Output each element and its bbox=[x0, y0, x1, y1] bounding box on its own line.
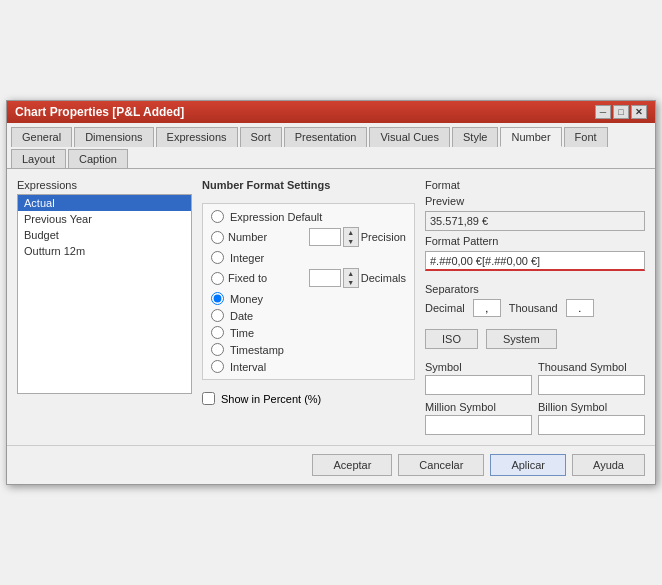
list-item-budget[interactable]: Budget bbox=[18, 227, 191, 243]
radio-row-time: Time bbox=[211, 326, 406, 339]
right-panel: Format Preview Format Pattern Separators… bbox=[425, 179, 645, 435]
thousand-symbol-label: Thousand Symbol bbox=[538, 361, 645, 373]
precision-down-arrow[interactable]: ▼ bbox=[344, 237, 358, 246]
separators-title: Separators bbox=[425, 283, 645, 295]
label-number: Number bbox=[228, 231, 305, 243]
radio-fixed[interactable] bbox=[211, 272, 224, 285]
label-integer: Integer bbox=[230, 252, 406, 264]
million-symbol-group: Million Symbol bbox=[425, 401, 532, 435]
decimal-input[interactable] bbox=[473, 299, 501, 317]
radio-row-fixed: Fixed to ▲ ▼ Decimals bbox=[211, 268, 406, 288]
tab-general[interactable]: General bbox=[11, 127, 72, 147]
radio-row-expression-default: Expression Default bbox=[211, 210, 406, 223]
apply-button[interactable]: Aplicar bbox=[490, 454, 566, 476]
label-date: Date bbox=[230, 310, 406, 322]
expressions-list[interactable]: Actual Previous Year Budget Outturn 12m bbox=[17, 194, 192, 394]
expressions-label: Expressions bbox=[17, 179, 192, 191]
precision-spin-arrows: ▲ ▼ bbox=[343, 227, 359, 247]
window-title: Chart Properties [P&L Added] bbox=[15, 105, 184, 119]
tab-sort[interactable]: Sort bbox=[240, 127, 282, 147]
bottom-buttons: Aceptar Cancelar Aplicar Ayuda bbox=[7, 445, 655, 484]
symbol-label: Symbol bbox=[425, 361, 532, 373]
radio-interval[interactable] bbox=[211, 360, 224, 373]
tab-font[interactable]: Font bbox=[564, 127, 608, 147]
label-money: Money bbox=[230, 293, 406, 305]
radio-row-integer: Integer bbox=[211, 251, 406, 264]
tab-dimensions[interactable]: Dimensions bbox=[74, 127, 153, 147]
radio-row-money: Money bbox=[211, 292, 406, 305]
thousand-label: Thousand bbox=[509, 302, 558, 314]
symbol-group: Symbol bbox=[425, 361, 532, 395]
list-item-previous-year[interactable]: Previous Year bbox=[18, 211, 191, 227]
tabs-bar: General Dimensions Expressions Sort Pres… bbox=[7, 123, 655, 169]
show-percent-row: Show in Percent (%) bbox=[202, 392, 415, 405]
accept-button[interactable]: Aceptar bbox=[312, 454, 392, 476]
decimals-spin-box[interactable] bbox=[309, 269, 341, 287]
main-window: Chart Properties [P&L Added] ─ □ ✕ Gener… bbox=[6, 100, 656, 485]
format-section-label: Format bbox=[425, 179, 645, 191]
decimals-up-arrow[interactable]: ▲ bbox=[344, 269, 358, 278]
thousand-input[interactable] bbox=[566, 299, 594, 317]
tab-visual-cues[interactable]: Visual Cues bbox=[369, 127, 450, 147]
title-bar: Chart Properties [P&L Added] ─ □ ✕ bbox=[7, 101, 655, 123]
radio-money[interactable] bbox=[211, 292, 224, 305]
settings-panel: Number Format Settings Expression Defaul… bbox=[202, 179, 415, 435]
label-time: Time bbox=[230, 327, 406, 339]
main-row: Expressions Actual Previous Year Budget … bbox=[17, 179, 645, 435]
radio-row-date: Date bbox=[211, 309, 406, 322]
precision-label: Precision bbox=[361, 231, 406, 243]
billion-symbol-group: Billion Symbol bbox=[538, 401, 645, 435]
content-area: Expressions Actual Previous Year Budget … bbox=[7, 169, 655, 445]
list-item-outturn[interactable]: Outturn 12m bbox=[18, 243, 191, 259]
decimals-spin-arrows: ▲ ▼ bbox=[343, 268, 359, 288]
maximize-button[interactable]: □ bbox=[613, 105, 629, 119]
radio-number[interactable] bbox=[211, 231, 224, 244]
precision-spin-box[interactable] bbox=[309, 228, 341, 246]
tab-style[interactable]: Style bbox=[452, 127, 498, 147]
tab-number[interactable]: Number bbox=[500, 127, 561, 147]
tab-expressions[interactable]: Expressions bbox=[156, 127, 238, 147]
label-interval: Interval bbox=[230, 361, 406, 373]
decimals-down-arrow[interactable]: ▼ bbox=[344, 278, 358, 287]
radio-row-number: Number ▲ ▼ Precision bbox=[211, 227, 406, 247]
million-symbol-input[interactable] bbox=[425, 415, 532, 435]
iso-system-buttons: ISO System bbox=[425, 329, 645, 349]
radio-row-timestamp: Timestamp bbox=[211, 343, 406, 356]
radio-integer[interactable] bbox=[211, 251, 224, 264]
symbol-input[interactable] bbox=[425, 375, 532, 395]
minimize-button[interactable]: ─ bbox=[595, 105, 611, 119]
decimal-label: Decimal bbox=[425, 302, 465, 314]
thousand-symbol-input[interactable] bbox=[538, 375, 645, 395]
tab-layout[interactable]: Layout bbox=[11, 149, 66, 168]
radio-expression-default[interactable] bbox=[211, 210, 224, 223]
help-button[interactable]: Ayuda bbox=[572, 454, 645, 476]
thousand-symbol-group: Thousand Symbol bbox=[538, 361, 645, 395]
symbols-section: Symbol Thousand Symbol Million Symbol Bi… bbox=[425, 361, 645, 435]
show-percent-checkbox[interactable] bbox=[202, 392, 215, 405]
format-options-group: Expression Default Number ▲ ▼ Precisio bbox=[202, 203, 415, 380]
billion-symbol-input[interactable] bbox=[538, 415, 645, 435]
label-timestamp: Timestamp bbox=[230, 344, 406, 356]
label-fixed: Fixed to bbox=[228, 272, 305, 284]
cancel-button[interactable]: Cancelar bbox=[398, 454, 484, 476]
show-percent-label: Show in Percent (%) bbox=[221, 393, 321, 405]
radio-timestamp[interactable] bbox=[211, 343, 224, 356]
close-button[interactable]: ✕ bbox=[631, 105, 647, 119]
iso-button[interactable]: ISO bbox=[425, 329, 478, 349]
list-item-actual[interactable]: Actual bbox=[18, 195, 191, 211]
preview-label: Preview bbox=[425, 195, 645, 207]
radio-time[interactable] bbox=[211, 326, 224, 339]
format-section: Format Preview Format Pattern bbox=[425, 179, 645, 271]
tab-caption[interactable]: Caption bbox=[68, 149, 128, 168]
tab-presentation[interactable]: Presentation bbox=[284, 127, 368, 147]
radio-date[interactable] bbox=[211, 309, 224, 322]
precision-up-arrow[interactable]: ▲ bbox=[344, 228, 358, 237]
pattern-label: Format Pattern bbox=[425, 235, 645, 247]
radio-row-interval: Interval bbox=[211, 360, 406, 373]
number-format-title: Number Format Settings bbox=[202, 179, 415, 191]
expressions-panel: Expressions Actual Previous Year Budget … bbox=[17, 179, 192, 435]
separators-row: Decimal Thousand bbox=[425, 299, 645, 317]
preview-input[interactable] bbox=[425, 211, 645, 231]
system-button[interactable]: System bbox=[486, 329, 557, 349]
format-pattern-input[interactable] bbox=[425, 251, 645, 271]
